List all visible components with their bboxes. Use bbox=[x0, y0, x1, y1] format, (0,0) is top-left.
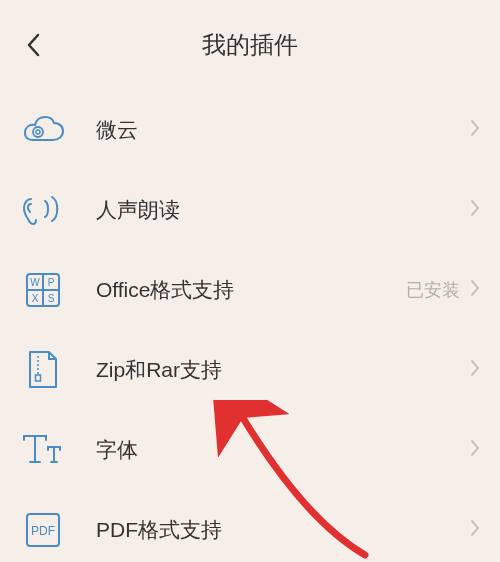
ear-sound-icon bbox=[20, 187, 66, 233]
page-title: 我的插件 bbox=[0, 29, 500, 61]
office-grid-icon: W P X S bbox=[20, 267, 66, 313]
list-item-zip-rar[interactable]: Zip和Rar支持 bbox=[20, 330, 480, 410]
svg-rect-10 bbox=[36, 375, 41, 381]
item-label: 字体 bbox=[96, 436, 470, 464]
pdf-icon: PDF bbox=[20, 507, 66, 553]
chevron-right-icon bbox=[470, 519, 480, 541]
svg-text:X: X bbox=[32, 293, 39, 304]
list-item-fonts[interactable]: 字体 bbox=[20, 410, 480, 490]
chevron-right-icon bbox=[470, 279, 480, 301]
svg-text:S: S bbox=[48, 293, 55, 304]
chevron-right-icon bbox=[470, 359, 480, 381]
list-item-pdf[interactable]: PDF PDF格式支持 bbox=[20, 490, 480, 562]
svg-point-1 bbox=[36, 130, 40, 134]
plugin-list: 微云 人声朗读 W P X S bbox=[0, 90, 500, 562]
item-label: Zip和Rar支持 bbox=[96, 356, 470, 384]
list-item-weiyun[interactable]: 微云 bbox=[20, 90, 480, 170]
font-icon bbox=[20, 427, 66, 473]
status-badge: 已安装 bbox=[406, 278, 460, 302]
svg-point-0 bbox=[33, 127, 43, 137]
item-label: 人声朗读 bbox=[96, 196, 470, 224]
item-label: 微云 bbox=[96, 116, 470, 144]
cloud-icon bbox=[20, 107, 66, 153]
svg-text:PDF: PDF bbox=[31, 524, 55, 538]
item-label: PDF格式支持 bbox=[96, 516, 470, 544]
list-item-voice-read[interactable]: 人声朗读 bbox=[20, 170, 480, 250]
chevron-right-icon bbox=[470, 199, 480, 221]
zip-file-icon bbox=[20, 347, 66, 393]
back-icon bbox=[26, 33, 40, 57]
back-button[interactable] bbox=[18, 25, 48, 65]
svg-text:P: P bbox=[48, 277, 55, 288]
list-item-office[interactable]: W P X S Office格式支持 已安装 bbox=[20, 250, 480, 330]
header: 我的插件 bbox=[0, 0, 500, 90]
chevron-right-icon bbox=[470, 439, 480, 461]
chevron-right-icon bbox=[470, 119, 480, 141]
svg-text:W: W bbox=[30, 277, 40, 288]
item-label: Office格式支持 bbox=[96, 276, 406, 304]
